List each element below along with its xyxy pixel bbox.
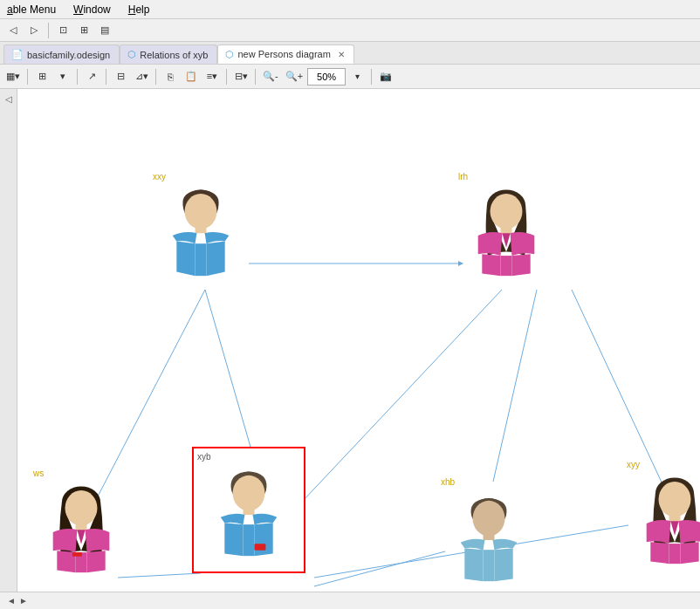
- tab-persons[interactable]: ⬡ new Persons diagram ✕: [217, 44, 353, 64]
- person-figure-xxy: [153, 183, 249, 288]
- tab-close-persons[interactable]: ✕: [338, 50, 345, 59]
- tab-basicfamily[interactable]: 📄 basicfamily.odesign: [3, 44, 120, 64]
- person-figure-ws: [33, 480, 129, 585]
- person-xxy[interactable]: xxy: [153, 172, 249, 288]
- person-label-xyy: xyy: [627, 460, 640, 469]
- person-label-ws: ws: [33, 469, 44, 478]
- layers-button[interactable]: ≡▾: [202, 67, 222, 86]
- svg-marker-12: [196, 233, 207, 243]
- svg-marker-25: [244, 515, 255, 524]
- person-xyb[interactable]: xyb: [192, 447, 305, 573]
- zoom-in-button[interactable]: 🔍+: [283, 67, 305, 86]
- svg-point-10: [185, 194, 217, 229]
- person-xyy[interactable]: xyy: [627, 460, 700, 576]
- tab-icon-basicfamily: 📄: [11, 49, 24, 60]
- select-tool-dropdown[interactable]: ▦▾: [3, 67, 23, 86]
- person-ws[interactable]: ws: [33, 469, 129, 585]
- svg-marker-34: [670, 521, 678, 536]
- tool4-button[interactable]: ⊞: [74, 22, 93, 39]
- sep3: [77, 69, 78, 85]
- zoom-dropdown[interactable]: ▾: [347, 67, 367, 86]
- svg-point-23: [233, 476, 265, 511]
- svg-rect-21: [72, 552, 82, 557]
- tab-bar: 📄 basicfamily.odesign ⬡ Relations of xyb…: [0, 42, 700, 65]
- svg-marker-20: [77, 530, 85, 544]
- person-label-lrh: lrh: [458, 172, 468, 181]
- sidebar: ◁: [0, 89, 17, 592]
- snap-dropdown[interactable]: ▾: [53, 67, 72, 86]
- scroll-right[interactable]: ►: [19, 596, 28, 606]
- svg-marker-30: [484, 540, 495, 550]
- person-label-xxy: xxy: [153, 172, 166, 181]
- canvas[interactable]: xxy lrh: [17, 89, 700, 592]
- forward-button[interactable]: ▷: [24, 22, 44, 39]
- person-lrh[interactable]: lrh: [458, 172, 554, 288]
- connect-button[interactable]: ↗: [82, 67, 101, 86]
- person-xhb[interactable]: xhb: [441, 477, 537, 592]
- svg-point-18: [65, 490, 98, 526]
- sep1: [48, 23, 49, 38]
- person-figure-xyy: [627, 471, 700, 576]
- svg-line-5: [572, 290, 663, 486]
- sep5: [155, 69, 156, 85]
- back-button[interactable]: ◁: [3, 22, 23, 39]
- zoom-out-button[interactable]: 🔍-: [260, 67, 281, 86]
- svg-point-32: [659, 482, 691, 517]
- menu-able[interactable]: able Menu: [3, 3, 59, 16]
- menu-bar: able Menu Window Help: [0, 0, 700, 19]
- svg-line-8: [118, 573, 201, 578]
- toolbar1: ◁ ▷ ⊡ ⊞ ▤: [0, 19, 700, 42]
- sep6: [226, 69, 227, 85]
- svg-point-14: [491, 194, 523, 229]
- tab-label-basicfamily: basicfamily.odesign: [27, 50, 110, 60]
- toolbar2: ▦▾ ⊞ ▾ ↗ ⊟ ⊿▾ ⎘ 📋 ≡▾ ⊟▾ 🔍- 🔍+ ▾ 📷: [0, 65, 700, 89]
- sep4: [106, 69, 106, 85]
- person-label-xyb: xyb: [197, 452, 211, 462]
- sidebar-collapse[interactable]: ◁: [3, 92, 14, 106]
- sep7: [255, 69, 256, 85]
- tab-icon-relations: ⬡: [127, 49, 136, 60]
- svg-line-6: [314, 551, 445, 586]
- status-bar: ◄ ►: [0, 592, 700, 609]
- tab-relations[interactable]: ⬡ Relations of xyb: [120, 44, 217, 64]
- zoom-input[interactable]: [307, 68, 346, 86]
- tool3-button[interactable]: ⊡: [53, 22, 72, 39]
- layout-button[interactable]: ⊟: [111, 67, 130, 86]
- svg-point-28: [473, 501, 505, 537]
- person-figure-lrh: [458, 183, 554, 288]
- menu-help[interactable]: Help: [125, 3, 154, 16]
- svg-rect-26: [254, 544, 265, 550]
- copy-button[interactable]: ⎘: [161, 67, 180, 86]
- tab-label-persons: new Persons diagram: [237, 49, 330, 59]
- filter-button[interactable]: ⊿▾: [132, 67, 151, 86]
- sep8: [371, 69, 372, 85]
- main-area: ◁: [0, 89, 700, 592]
- sep2: [27, 69, 28, 85]
- snap-button[interactable]: ⊞: [32, 67, 51, 86]
- person-label-xhb: xhb: [441, 477, 455, 487]
- person-figure-xyb: [201, 463, 297, 568]
- tool5-button[interactable]: ▤: [95, 22, 114, 39]
- person-figure-xhb: [441, 489, 537, 592]
- menu-window[interactable]: Window: [70, 3, 114, 16]
- tab-icon-persons: ⬡: [225, 49, 234, 60]
- tab-label-relations: Relations of xyb: [140, 50, 208, 60]
- paste-button[interactable]: 📋: [182, 67, 201, 86]
- scroll-left[interactable]: ◄: [7, 596, 16, 606]
- status-scroll: ◄ ►: [7, 596, 28, 606]
- screenshot-button[interactable]: 📷: [376, 67, 395, 86]
- svg-line-4: [493, 290, 537, 482]
- arrange-button[interactable]: ⊟▾: [231, 67, 250, 86]
